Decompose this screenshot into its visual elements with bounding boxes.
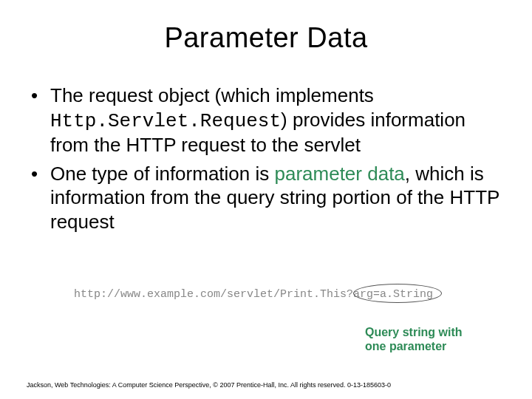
slide-title: Parameter Data [27,22,505,54]
bullet-item-2: One type of information is parameter dat… [31,162,505,234]
callout-line-2: one parameter [365,339,463,353]
bullet-2-term: parameter data [274,163,404,185]
slide: Parameter Data The request object (which… [0,0,532,399]
footer-citation: Jackson, Web Technologies: A Computer Sc… [27,381,391,389]
bullet-item-1: The request object (which implements Htt… [31,83,505,157]
bullet-1-pre: The request object (which implements [50,84,374,106]
url-query: arg=a.String [353,288,433,301]
callout-line-1: Query string with [365,325,463,339]
bullet-list: The request object (which implements Htt… [27,83,505,233]
bullet-1-code: Http.Servlet.Request [50,110,281,132]
example-url: http://www.example.com/servlet/Print.Thi… [74,288,433,301]
url-base: http://www.example.com/servlet/Print.Thi… [74,288,353,301]
bullet-2-pre: One type of information is [50,163,274,185]
callout-label: Query string with one parameter [365,325,463,353]
